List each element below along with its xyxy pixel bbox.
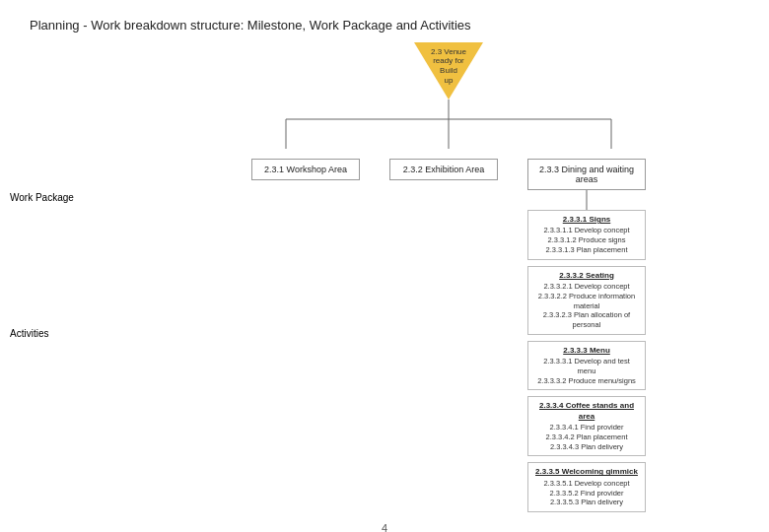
wp-box-1: 2.3.1 Workshop Area	[251, 159, 360, 180]
activities-label: Activities	[10, 328, 48, 339]
activity-box-1: 2.3.3.1 Signs 2.3.3.1.1 Develop concept …	[527, 210, 646, 260]
activity-boxes: 2.3.3.1 Signs 2.3.3.1.1 Develop concept …	[527, 210, 646, 512]
activity-box-5: 2.3.3.5 Welcoming gimmick 2.3.3.5.1 Deve…	[527, 462, 646, 512]
wp-box-3: 2.3.3 Dining and waiting areas	[527, 159, 646, 190]
connector-wp3-act	[527, 190, 646, 210]
diagram-area: Work Package Activities 2.3 Venue ready …	[10, 42, 759, 512]
activity-box-2: 2.3.3.2 Seating 2.3.3.2.1 Develop concep…	[527, 266, 646, 335]
work-package-label: Work Package	[10, 192, 74, 203]
triangle-node: 2.3 Venue ready for Build up	[414, 42, 483, 100]
activity-box-4: 2.3.3.4 Coffee stands and area 2.3.3.4.1…	[527, 396, 646, 456]
triangle-text: 2.3 Venue ready for Build up	[431, 47, 466, 85]
page-title: Planning - Work breakdown structure: Mil…	[0, 0, 769, 42]
wp-box-3-container: 2.3.3 Dining and waiting areas 2.3.3.1 S…	[527, 159, 646, 512]
connector-svg-top	[227, 100, 670, 159]
page-wrapper: Planning - Work breakdown structure: Mil…	[0, 0, 769, 532]
page-number: 4	[0, 522, 769, 532]
activity-box-3: 2.3.3.3 Menu 2.3.3.3.1 Develop and test …	[527, 341, 646, 391]
top-node: 2.3 Venue ready for Build up	[414, 42, 483, 100]
tree-area: 2.3 Venue ready for Build up	[138, 42, 759, 512]
wp-box-2: 2.3.2 Exhibition Area	[389, 159, 498, 180]
wp-row: 2.3.1 Workshop Area 2.3.2 Exhibition Are…	[251, 159, 646, 512]
